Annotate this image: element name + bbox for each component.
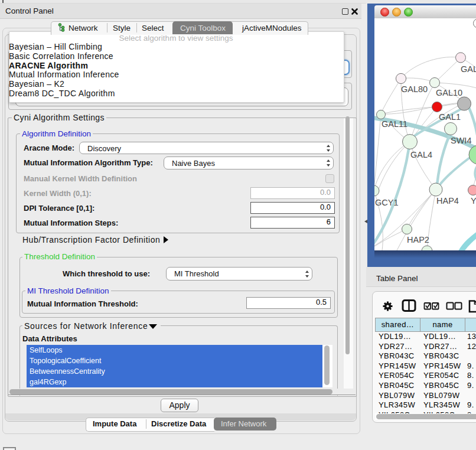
svg-text:GAL80: GAL80 — [401, 84, 428, 94]
svg-text:GAL1: GAL1 — [439, 112, 461, 122]
svg-text:HAP2: HAP2 — [407, 235, 429, 244]
svg-text:GAL10: GAL10 — [436, 88, 462, 97]
svg-text:GAL4: GAL4 — [410, 150, 432, 159]
svg-text:Y: Y — [471, 196, 476, 206]
svg-text:SWI4: SWI4 — [451, 136, 471, 145]
svg-text:GAL: GAL — [461, 64, 476, 74]
svg-text:HAP4: HAP4 — [436, 196, 459, 206]
svg-text:GAL11: GAL11 — [382, 119, 407, 129]
svg-text:GCY1: GCY1 — [375, 198, 399, 207]
